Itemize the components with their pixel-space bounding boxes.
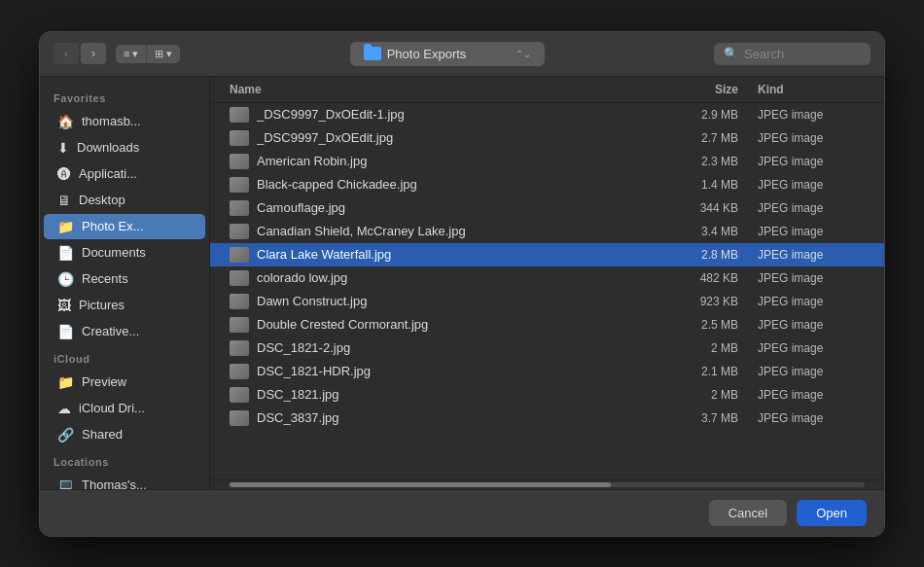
table-row[interactable]: _DSC9997_DxOEdit-1.jpg 2.9 MB JPEG image: [210, 103, 884, 126]
search-input[interactable]: [744, 47, 861, 61]
search-box: 🔍: [714, 43, 871, 65]
desktop-icon: 🖥: [57, 193, 71, 208]
sidebar-item-desktop[interactable]: 🖥 Desktop: [44, 188, 205, 213]
file-size: 344 KB: [651, 201, 738, 215]
grid-view-caret: ▾: [166, 48, 172, 60]
col-name-header: Name: [230, 83, 651, 96]
table-row[interactable]: colorado low.jpg 482 KB JPEG image: [210, 266, 884, 290]
list-view-caret: ▾: [132, 48, 138, 60]
table-row[interactable]: DSC_3837.jpg 3.7 MB JPEG image: [210, 407, 884, 430]
file-size: 1.4 MB: [651, 178, 738, 192]
open-dialog: ‹ › ≡ ▾ ⊞ ▾ Photo Exports ⌃⌄ 🔍: [39, 31, 885, 537]
sidebar-item-creative[interactable]: 📄 Creative...: [44, 319, 205, 344]
sidebar-label: Photo Ex...: [82, 219, 144, 233]
file-icon: [230, 270, 249, 286]
sidebar-item-shared[interactable]: 🔗 Shared: [44, 422, 205, 447]
table-row[interactable]: Camouflage.jpg 344 KB JPEG image: [210, 196, 884, 220]
back-button[interactable]: ‹: [53, 43, 79, 64]
table-row[interactable]: DSC_1821-HDR.jpg 2.1 MB JPEG image: [210, 360, 884, 383]
sidebar-item-applications[interactable]: 🅐 Applicati...: [44, 161, 205, 187]
list-view-button[interactable]: ≡ ▾: [116, 45, 147, 63]
preview-icon: 📁: [57, 374, 74, 390]
horizontal-scrollbar[interactable]: [210, 479, 884, 489]
scrollbar-track: [230, 482, 865, 487]
folder-icon: 📁: [57, 219, 74, 234]
sidebar-item-recents[interactable]: 🕒 Recents: [44, 266, 205, 292]
file-name: Clara Lake Waterfall.jpg: [257, 247, 651, 262]
file-kind: JPEG image: [738, 388, 865, 402]
file-kind: JPEG image: [738, 155, 865, 168]
sidebar-label: Desktop: [79, 193, 125, 207]
view-toggle: ≡ ▾ ⊞ ▾: [116, 45, 180, 63]
file-table-header: Name Size Kind: [210, 77, 884, 103]
file-name: DSC_1821.jpg: [257, 387, 651, 402]
table-row[interactable]: Double Crested Cormorant.jpg 2.5 MB JPEG…: [210, 313, 884, 337]
file-kind: JPEG image: [738, 271, 865, 285]
table-row[interactable]: Clara Lake Waterfall.jpg 2.8 MB JPEG ima…: [210, 243, 884, 266]
location-name: Photo Exports: [387, 47, 467, 61]
sidebar-item-icloud-drive[interactable]: ☁ iCloud Dri...: [44, 396, 205, 421]
table-row[interactable]: DSC_1821.jpg 2 MB JPEG image: [210, 383, 884, 407]
pictures-icon: 🖼: [57, 298, 71, 313]
file-icon: [230, 247, 249, 263]
applications-icon: 🅐: [57, 166, 71, 182]
file-name: Double Crested Cormorant.jpg: [257, 317, 651, 332]
file-kind: JPEG image: [738, 341, 865, 355]
table-row[interactable]: American Robin.jpg 2.3 MB JPEG image: [210, 150, 884, 173]
file-name: DSC_1821-2.jpg: [257, 340, 651, 355]
table-row[interactable]: Canadian Shield, McCraney Lake.jpg 3.4 M…: [210, 220, 884, 243]
body: Favorites 🏠 thomasb... ⬇ Downloads 🅐 App…: [40, 77, 884, 489]
sidebar-label: Thomas's...: [82, 478, 147, 489]
sidebar: Favorites 🏠 thomasb... ⬇ Downloads 🅐 App…: [40, 77, 210, 489]
grid-view-button[interactable]: ⊞ ▾: [147, 45, 180, 63]
file-icon: [230, 317, 249, 333]
file-name: _DSC9997_DxOEdit-1.jpg: [257, 107, 651, 122]
file-size: 482 KB: [651, 271, 738, 285]
file-icon: [230, 200, 249, 216]
sidebar-label: Recents: [82, 271, 128, 286]
icloud-header: iCloud: [40, 345, 209, 369]
file-list: _DSC9997_DxOEdit-1.jpg 2.9 MB JPEG image…: [210, 103, 884, 479]
sidebar-item-documents[interactable]: 📄 Documents: [44, 240, 205, 266]
file-name: Canadian Shield, McCraney Lake.jpg: [257, 224, 651, 238]
location-pill-button[interactable]: Photo Exports ⌃⌄: [350, 42, 545, 66]
sidebar-item-thomass[interactable]: 💻 Thomas's...: [44, 473, 205, 489]
file-icon: [230, 107, 249, 123]
table-row[interactable]: DSC_1821-2.jpg 2 MB JPEG image: [210, 337, 884, 360]
cancel-button[interactable]: Cancel: [709, 500, 787, 526]
file-size: 2.9 MB: [651, 108, 738, 122]
home-icon: 🏠: [57, 114, 74, 129]
location-selector: Photo Exports ⌃⌄: [190, 42, 704, 66]
file-kind: JPEG image: [738, 295, 865, 308]
sidebar-item-downloads[interactable]: ⬇ Downloads: [44, 135, 205, 160]
col-kind-header: Kind: [738, 83, 865, 96]
file-icon: [230, 177, 249, 193]
grid-view-icon: ⊞: [155, 48, 163, 60]
documents-icon: 📄: [57, 245, 74, 261]
icloud-icon: ☁: [57, 401, 71, 416]
file-size: 2.1 MB: [651, 365, 738, 378]
table-row[interactable]: _DSC9997_DxOEdit.jpg 2.7 MB JPEG image: [210, 126, 884, 150]
sidebar-item-preview[interactable]: 📁 Preview: [44, 370, 205, 395]
file-size: 3.7 MB: [651, 411, 738, 425]
search-icon: 🔍: [724, 47, 738, 60]
sidebar-label: Shared: [82, 427, 123, 442]
forward-button[interactable]: ›: [81, 43, 106, 64]
sidebar-item-photo-exports[interactable]: 📁 Photo Ex...: [44, 214, 205, 239]
sidebar-item-thomasb[interactable]: 🏠 thomasb...: [44, 109, 205, 134]
file-name: _DSC9997_DxOEdit.jpg: [257, 130, 651, 145]
open-button[interactable]: Open: [797, 500, 867, 526]
file-name: DSC_3837.jpg: [257, 410, 651, 425]
table-row[interactable]: Black-capped Chickadee.jpg 1.4 MB JPEG i…: [210, 173, 884, 196]
favorites-header: Favorites: [40, 85, 209, 108]
sidebar-label: iCloud Dri...: [79, 401, 145, 415]
sidebar-label: Downloads: [77, 140, 139, 155]
footer: Cancel Open: [40, 489, 884, 536]
file-icon: [230, 224, 249, 239]
file-icon: [230, 340, 249, 356]
sidebar-item-pictures[interactable]: 🖼 Pictures: [44, 293, 205, 318]
list-view-icon: ≡: [124, 48, 129, 59]
file-kind: JPEG image: [738, 365, 865, 378]
file-size: 2 MB: [651, 341, 738, 355]
table-row[interactable]: Dawn Construct.jpg 923 KB JPEG image: [210, 290, 884, 313]
